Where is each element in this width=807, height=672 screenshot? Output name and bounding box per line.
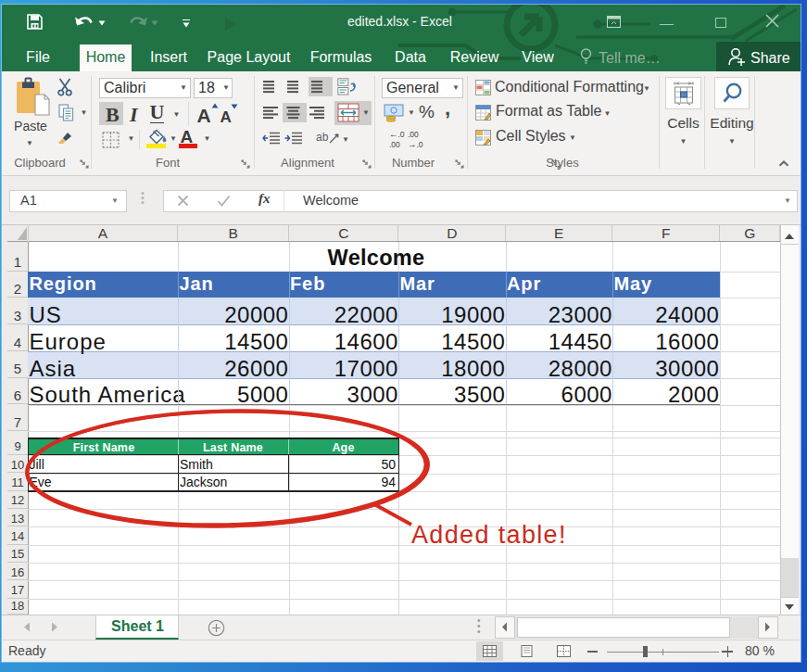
svg-text:ab: ab: [316, 131, 329, 144]
svg-text:Added table!: Added table!: [411, 521, 567, 549]
